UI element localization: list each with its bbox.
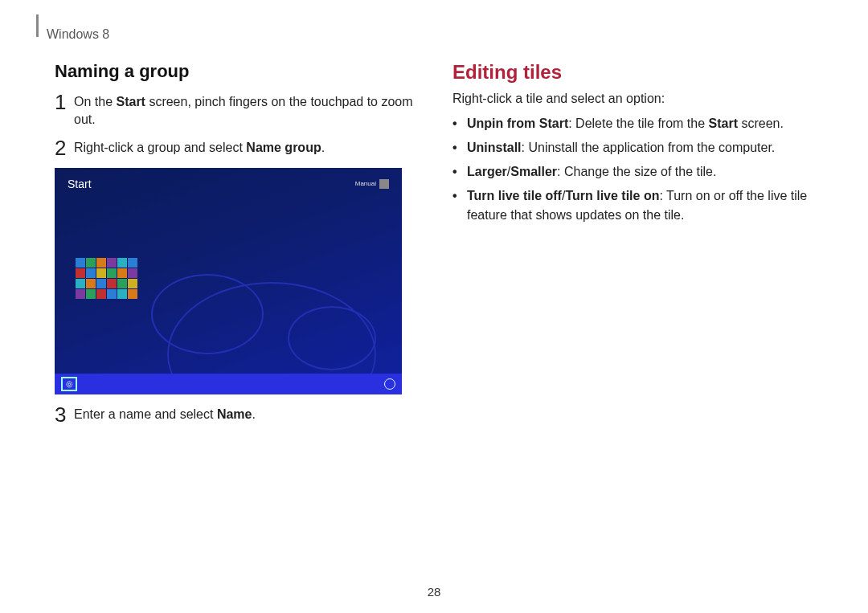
tile-icon	[107, 258, 117, 268]
tile-icon	[128, 289, 137, 299]
step-1: 1 On the Start screen, pinch fingers on …	[55, 93, 416, 129]
tile-icon	[96, 279, 106, 288]
step-number: 2	[55, 137, 74, 158]
step-number: 3	[55, 404, 74, 425]
tile-group	[76, 258, 137, 299]
screenshot-user: Manual	[355, 179, 389, 189]
list-item: Unpin from Start: Delete the tile from t…	[452, 114, 813, 133]
tile-icon	[117, 268, 127, 278]
options-list: Unpin from Start: Delete the tile from t…	[452, 114, 813, 225]
tile-icon	[76, 289, 85, 299]
name-group-button-icon: ◎	[61, 377, 77, 391]
section-heading-editing: Editing tiles	[452, 61, 813, 84]
tile-icon	[76, 279, 85, 288]
taskbar-right-icon	[384, 378, 395, 390]
tile-icon	[128, 279, 137, 288]
tile-icon	[76, 258, 85, 268]
step-3: 3 Enter a name and select Name.	[55, 406, 416, 425]
tile-icon	[86, 279, 96, 288]
tile-icon	[86, 258, 96, 268]
step-text: Right-click a group and select Name grou…	[74, 139, 325, 157]
tile-icon	[76, 268, 85, 278]
list-item: Uninstall: Uninstall the application fro…	[452, 138, 813, 157]
list-item-text: Uninstall: Uninstall the application fro…	[467, 138, 775, 157]
list-item: Turn live tile off/Turn live tile on: Tu…	[452, 186, 813, 225]
tile-icon	[96, 258, 106, 268]
step-2: 2 Right-click a group and select Name gr…	[55, 139, 416, 158]
list-item-text: Unpin from Start: Delete the tile from t…	[467, 114, 784, 133]
intro-text: Right-click a tile and select an option:	[452, 92, 813, 106]
steps-list: 1 On the Start screen, pinch fingers on …	[55, 93, 416, 425]
tile-icon	[128, 258, 137, 268]
start-screen-screenshot: Start Manual ◎	[55, 168, 402, 394]
step-text: Enter a name and select Name.	[74, 406, 256, 423]
step-text: On the Start screen, pinch fingers on th…	[74, 93, 416, 129]
tile-icon	[107, 268, 117, 278]
tile-icon	[107, 279, 117, 288]
tile-icon	[117, 279, 127, 288]
avatar-icon	[379, 179, 389, 189]
decorative-cloud	[288, 306, 376, 370]
right-column: Editing tiles Right-click a tile and sel…	[452, 61, 813, 435]
section-heading-naming: Naming a group	[55, 61, 416, 82]
tile-icon	[96, 289, 106, 299]
list-item-text: Larger/Smaller: Change the size of the t…	[467, 162, 716, 182]
page-number: 28	[0, 585, 868, 599]
tile-icon	[128, 268, 137, 278]
tile-icon	[117, 289, 127, 299]
breadcrumb: Windows 8	[47, 27, 813, 42]
screenshot-title: Start	[68, 178, 92, 190]
header-rule	[36, 14, 39, 37]
list-item: Larger/Smaller: Change the size of the t…	[452, 162, 813, 182]
tile-icon	[86, 289, 96, 299]
screenshot-taskbar: ◎	[55, 374, 402, 394]
list-item-text: Turn live tile off/Turn live tile on: Tu…	[467, 186, 813, 225]
tile-icon	[117, 258, 127, 268]
tile-icon	[96, 268, 106, 278]
tile-icon	[107, 289, 117, 299]
page-content: Windows 8 Naming a group 1 On the Start …	[0, 0, 868, 435]
screenshot-user-name: Manual	[355, 180, 376, 187]
step-number: 1	[55, 92, 74, 112]
left-column: Naming a group 1 On the Start screen, pi…	[55, 61, 416, 435]
decorative-cloud	[151, 274, 264, 354]
tile-icon	[86, 268, 96, 278]
